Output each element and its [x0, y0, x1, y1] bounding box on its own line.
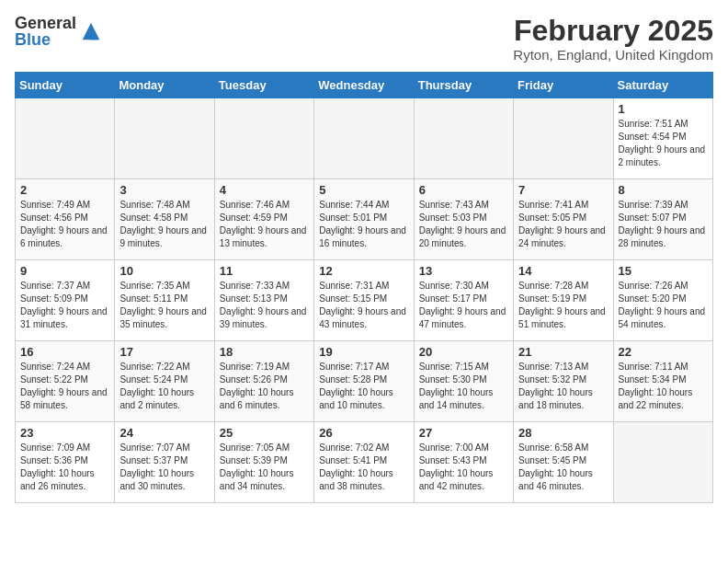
day-number: 1 — [619, 102, 708, 116]
calendar-week-row: 23Sunrise: 7:09 AM Sunset: 5:36 PM Dayli… — [16, 422, 713, 503]
day-number: 21 — [518, 345, 608, 359]
day-number: 9 — [20, 264, 109, 278]
calendar-cell: 8Sunrise: 7:39 AM Sunset: 5:07 PM Daylig… — [613, 179, 712, 260]
calendar-cell: 27Sunrise: 7:00 AM Sunset: 5:43 PM Dayli… — [414, 422, 513, 503]
day-number: 15 — [619, 264, 708, 278]
day-number: 28 — [518, 426, 608, 440]
day-info: Sunrise: 7:19 AM Sunset: 5:26 PM Dayligh… — [220, 361, 309, 412]
day-info: Sunrise: 7:39 AM Sunset: 5:07 PM Dayligh… — [619, 199, 708, 250]
calendar-header-friday: Friday — [514, 73, 613, 98]
page-header: General Blue February 2025 Ryton, Englan… — [15, 15, 713, 63]
calendar-cell: 20Sunrise: 7:15 AM Sunset: 5:30 PM Dayli… — [414, 341, 513, 422]
day-info: Sunrise: 7:15 AM Sunset: 5:30 PM Dayligh… — [419, 361, 508, 412]
svg-marker-1 — [90, 36, 97, 40]
calendar-cell: 17Sunrise: 7:22 AM Sunset: 5:24 PM Dayli… — [115, 341, 214, 422]
day-info: Sunrise: 7:31 AM Sunset: 5:15 PM Dayligh… — [319, 280, 408, 331]
day-info: Sunrise: 7:30 AM Sunset: 5:17 PM Dayligh… — [419, 280, 508, 331]
calendar-cell — [514, 98, 613, 179]
calendar-cell: 10Sunrise: 7:35 AM Sunset: 5:11 PM Dayli… — [115, 260, 214, 341]
day-info: Sunrise: 7:11 AM Sunset: 5:34 PM Dayligh… — [619, 361, 708, 412]
day-number: 5 — [319, 183, 408, 197]
day-info: Sunrise: 7:09 AM Sunset: 5:36 PM Dayligh… — [20, 442, 109, 493]
calendar-cell: 12Sunrise: 7:31 AM Sunset: 5:15 PM Dayli… — [314, 260, 414, 341]
day-number: 20 — [419, 345, 508, 359]
calendar-cell: 5Sunrise: 7:44 AM Sunset: 5:01 PM Daylig… — [314, 179, 414, 260]
calendar-header-saturday: Saturday — [613, 73, 712, 98]
calendar-cell: 18Sunrise: 7:19 AM Sunset: 5:26 PM Dayli… — [214, 341, 313, 422]
day-info: Sunrise: 7:46 AM Sunset: 4:59 PM Dayligh… — [220, 199, 309, 250]
calendar-cell: 16Sunrise: 7:24 AM Sunset: 5:22 PM Dayli… — [16, 341, 115, 422]
day-info: Sunrise: 7:22 AM Sunset: 5:24 PM Dayligh… — [119, 361, 209, 412]
day-number: 19 — [319, 345, 408, 359]
logo: General Blue — [15, 15, 104, 48]
day-number: 11 — [220, 264, 309, 278]
calendar-week-row: 9Sunrise: 7:37 AM Sunset: 5:09 PM Daylig… — [16, 260, 713, 341]
day-number: 24 — [119, 426, 209, 440]
day-info: Sunrise: 7:35 AM Sunset: 5:11 PM Dayligh… — [119, 280, 209, 331]
calendar-header-monday: Monday — [115, 73, 214, 98]
calendar-cell — [16, 98, 115, 179]
day-info: Sunrise: 7:02 AM Sunset: 5:41 PM Dayligh… — [319, 442, 408, 493]
calendar-cell — [314, 98, 414, 179]
day-number: 13 — [419, 264, 508, 278]
day-number: 16 — [20, 345, 109, 359]
day-number: 10 — [119, 264, 209, 278]
day-info: Sunrise: 7:48 AM Sunset: 4:58 PM Dayligh… — [119, 199, 209, 250]
location: Ryton, England, United Kingdom — [513, 47, 713, 63]
calendar-cell: 21Sunrise: 7:13 AM Sunset: 5:32 PM Dayli… — [514, 341, 613, 422]
calendar-week-row: 1Sunrise: 7:51 AM Sunset: 4:54 PM Daylig… — [16, 98, 713, 179]
month-title: February 2025 — [513, 15, 713, 47]
calendar-cell: 14Sunrise: 7:28 AM Sunset: 5:19 PM Dayli… — [514, 260, 613, 341]
calendar-cell: 23Sunrise: 7:09 AM Sunset: 5:36 PM Dayli… — [16, 422, 115, 503]
day-info: Sunrise: 7:41 AM Sunset: 5:05 PM Dayligh… — [518, 199, 608, 250]
calendar-cell: 11Sunrise: 7:33 AM Sunset: 5:13 PM Dayli… — [214, 260, 313, 341]
calendar-cell: 7Sunrise: 7:41 AM Sunset: 5:05 PM Daylig… — [514, 179, 613, 260]
day-number: 26 — [319, 426, 408, 440]
day-number: 23 — [20, 426, 109, 440]
day-info: Sunrise: 7:26 AM Sunset: 5:20 PM Dayligh… — [619, 280, 708, 331]
day-info: Sunrise: 7:28 AM Sunset: 5:19 PM Dayligh… — [518, 280, 608, 331]
day-info: Sunrise: 7:17 AM Sunset: 5:28 PM Dayligh… — [319, 361, 408, 412]
calendar-cell: 25Sunrise: 7:05 AM Sunset: 5:39 PM Dayli… — [214, 422, 313, 503]
calendar-header-tuesday: Tuesday — [214, 73, 313, 98]
day-number: 25 — [220, 426, 309, 440]
logo-blue-text: Blue — [15, 31, 76, 48]
day-number: 27 — [419, 426, 508, 440]
day-number: 6 — [419, 183, 508, 197]
calendar-cell: 24Sunrise: 7:07 AM Sunset: 5:37 PM Dayli… — [115, 422, 214, 503]
calendar-cell: 6Sunrise: 7:43 AM Sunset: 5:03 PM Daylig… — [414, 179, 513, 260]
calendar-cell: 2Sunrise: 7:49 AM Sunset: 4:56 PM Daylig… — [16, 179, 115, 260]
day-info: Sunrise: 6:58 AM Sunset: 5:45 PM Dayligh… — [518, 442, 608, 493]
day-info: Sunrise: 7:43 AM Sunset: 5:03 PM Dayligh… — [419, 199, 508, 250]
day-number: 3 — [119, 183, 209, 197]
calendar-cell — [115, 98, 214, 179]
day-info: Sunrise: 7:13 AM Sunset: 5:32 PM Dayligh… — [518, 361, 608, 412]
calendar-cell: 4Sunrise: 7:46 AM Sunset: 4:59 PM Daylig… — [214, 179, 313, 260]
day-number: 7 — [518, 183, 608, 197]
calendar-header-wednesday: Wednesday — [314, 73, 414, 98]
calendar-cell: 1Sunrise: 7:51 AM Sunset: 4:54 PM Daylig… — [613, 98, 712, 179]
day-info: Sunrise: 7:49 AM Sunset: 4:56 PM Dayligh… — [20, 199, 109, 250]
logo-general-text: General — [15, 15, 76, 31]
calendar-cell: 15Sunrise: 7:26 AM Sunset: 5:20 PM Dayli… — [613, 260, 712, 341]
day-info: Sunrise: 7:05 AM Sunset: 5:39 PM Dayligh… — [220, 442, 309, 493]
day-number: 12 — [319, 264, 408, 278]
calendar-cell: 13Sunrise: 7:30 AM Sunset: 5:17 PM Dayli… — [414, 260, 513, 341]
calendar-cell: 3Sunrise: 7:48 AM Sunset: 4:58 PM Daylig… — [115, 179, 214, 260]
calendar-cell: 26Sunrise: 7:02 AM Sunset: 5:41 PM Dayli… — [314, 422, 414, 503]
calendar-cell: 28Sunrise: 6:58 AM Sunset: 5:45 PM Dayli… — [514, 422, 613, 503]
calendar-week-row: 16Sunrise: 7:24 AM Sunset: 5:22 PM Dayli… — [16, 341, 713, 422]
day-info: Sunrise: 7:24 AM Sunset: 5:22 PM Dayligh… — [20, 361, 109, 412]
day-info: Sunrise: 7:37 AM Sunset: 5:09 PM Dayligh… — [20, 280, 109, 331]
title-block: February 2025 Ryton, England, United Kin… — [513, 15, 713, 63]
day-info: Sunrise: 7:44 AM Sunset: 5:01 PM Dayligh… — [319, 199, 408, 250]
day-number: 8 — [619, 183, 708, 197]
calendar-header-thursday: Thursday — [414, 73, 513, 98]
calendar-table: SundayMondayTuesdayWednesdayThursdayFrid… — [15, 72, 713, 503]
calendar-header-row: SundayMondayTuesdayWednesdayThursdayFrid… — [16, 73, 713, 98]
calendar-week-row: 2Sunrise: 7:49 AM Sunset: 4:56 PM Daylig… — [16, 179, 713, 260]
day-info: Sunrise: 7:00 AM Sunset: 5:43 PM Dayligh… — [419, 442, 508, 493]
day-info: Sunrise: 7:51 AM Sunset: 4:54 PM Dayligh… — [619, 118, 708, 169]
calendar-cell: 19Sunrise: 7:17 AM Sunset: 5:28 PM Dayli… — [314, 341, 414, 422]
calendar-cell — [613, 422, 712, 503]
